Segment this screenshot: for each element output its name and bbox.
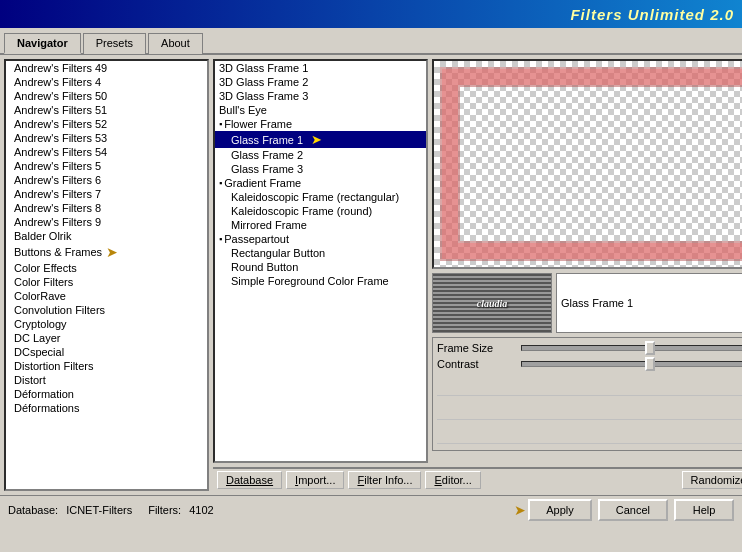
nav-item[interactable]: Color Effects (6, 261, 207, 275)
action-buttons: ➤ Apply Cancel Help (528, 499, 734, 521)
status-bar: Database: ICNET-Filters Filters: 4102 ➤ … (0, 495, 742, 523)
randomize-button[interactable]: Randomize (682, 471, 742, 489)
nav-item[interactable]: Andrew's Filters 6 (6, 173, 207, 187)
nav-item[interactable]: Cryptology (6, 317, 207, 331)
main-content: Andrew's Filters 49 Andrew's Filters 4 A… (0, 55, 742, 495)
filter-thumbnail: claudia (432, 273, 552, 333)
empty-slider-row (437, 374, 742, 396)
top-row: 3D Glass Frame 1 3D Glass Frame 2 3D Gla… (213, 59, 742, 463)
filter-category: ▪ Passepartout (215, 232, 426, 246)
db-label: Database: (8, 504, 58, 516)
navigator-list[interactable]: Andrew's Filters 49 Andrew's Filters 4 A… (4, 59, 209, 491)
help-button[interactable]: Help (674, 499, 734, 521)
filter-item[interactable]: 3D Glass Frame 1 (215, 61, 426, 75)
nav-item[interactable]: Andrew's Filters 4 (6, 75, 207, 89)
filter-info-label: Filter Info... (357, 474, 412, 486)
empty-slider-row (437, 398, 742, 420)
right-panel: 3D Glass Frame 1 3D Glass Frame 2 3D Gla… (213, 59, 742, 491)
filter-category: ▪ Gradient Frame (215, 176, 426, 190)
empty-slider-row (437, 422, 742, 444)
import-button[interactable]: Import... (286, 471, 344, 489)
category-icon: ▪ (219, 178, 222, 188)
slider-row-framesize: Frame Size 64 (437, 342, 742, 354)
title-bar: Filters Unlimited 2.0 (0, 0, 742, 28)
filter-item[interactable]: Kaleidoscopic Frame (rectangular) (215, 190, 426, 204)
nav-item[interactable]: Andrew's Filters 52 (6, 117, 207, 131)
nav-item[interactable]: Distortion Filters (6, 359, 207, 373)
category-icon: ▪ (219, 234, 222, 244)
nav-item[interactable]: Andrew's Filters 9 (6, 215, 207, 229)
filter-list[interactable]: 3D Glass Frame 1 3D Glass Frame 2 3D Gla… (213, 59, 428, 463)
tab-navigator[interactable]: Navigator (4, 33, 81, 54)
filters-label: Filters: (148, 504, 181, 516)
nav-item-buttons-frames[interactable]: Buttons & Frames ➤ (6, 243, 207, 261)
sliders-area: Frame Size 64 Contrast 128 (432, 337, 742, 451)
db-value: ICNET-Filters (66, 504, 132, 516)
nav-item[interactable]: Andrew's Filters 51 (6, 103, 207, 117)
filter-category: ▪ Flower Frame (215, 117, 426, 131)
filter-item[interactable]: Rectangular Button (215, 246, 426, 260)
category-icon: ▪ (219, 119, 222, 129)
filter-item[interactable]: 3D Glass Frame 3 (215, 89, 426, 103)
filter-item[interactable]: Bull's Eye (215, 103, 426, 117)
randomize-reset-group: Randomize Reset (682, 471, 742, 489)
filter-item-selected[interactable]: Glass Frame 1 ➤ (215, 131, 426, 148)
filter-item[interactable]: 3D Glass Frame 2 (215, 75, 426, 89)
slider-label-framesize: Frame Size (437, 342, 517, 354)
filter-item[interactable]: Simple Foreground Color Frame (215, 274, 426, 288)
slider-thumb-contrast[interactable] (645, 357, 655, 371)
checkerboard-bg (434, 61, 742, 267)
nav-item[interactable]: Déformations (6, 401, 207, 415)
filter-name-display: Glass Frame 1 (556, 273, 742, 333)
filter-item[interactable]: Mirrored Frame (215, 218, 426, 232)
nav-item[interactable]: DCspecial (6, 345, 207, 359)
filter-item[interactable]: Glass Frame 3 (215, 162, 426, 176)
nav-item[interactable]: Andrew's Filters 54 (6, 145, 207, 159)
nav-item[interactable]: Déformation (6, 387, 207, 401)
nav-item[interactable]: Color Filters (6, 275, 207, 289)
filter-item[interactable]: Glass Frame 2 (215, 148, 426, 162)
tab-bar: Navigator Presets About (0, 28, 742, 55)
nav-item[interactable]: Distort (6, 373, 207, 387)
filter-info-button[interactable]: Filter Info... (348, 471, 421, 489)
tab-about[interactable]: About (148, 33, 203, 54)
database-button[interactable]: Database (217, 471, 282, 489)
cancel-button[interactable]: Cancel (598, 499, 668, 521)
nav-item[interactable]: Convolution Filters (6, 303, 207, 317)
preview-canvas (432, 59, 742, 269)
nav-item[interactable]: Andrew's Filters 49 (6, 61, 207, 75)
filter-item[interactable]: Kaleidoscopic Frame (round) (215, 204, 426, 218)
slider-track-contrast[interactable] (521, 361, 742, 367)
nav-item[interactable]: Andrew's Filters 50 (6, 89, 207, 103)
slider-label-contrast: Contrast (437, 358, 517, 370)
slider-row-contrast: Contrast 128 (437, 358, 742, 370)
nav-item[interactable]: Andrew's Filters 5 (6, 159, 207, 173)
apply-button[interactable]: ➤ Apply (528, 499, 592, 521)
title-text: Filters Unlimited 2.0 (570, 6, 734, 23)
arrow-icon: ➤ (106, 244, 118, 260)
nav-item[interactable]: ColorRave (6, 289, 207, 303)
nav-item[interactable]: Balder Olrik (6, 229, 207, 243)
arrow-icon: ➤ (311, 132, 322, 147)
apply-icon: ➤ (514, 502, 526, 518)
tab-presets[interactable]: Presets (83, 33, 146, 54)
bottom-toolbar: Database Import... Filter Info... Editor… (213, 467, 742, 491)
filter-item[interactable]: Round Button (215, 260, 426, 274)
nav-item[interactable]: Andrew's Filters 8 (6, 201, 207, 215)
nav-item[interactable]: Andrew's Filters 7 (6, 187, 207, 201)
slider-thumb-framesize[interactable] (645, 341, 655, 355)
editor-button[interactable]: Editor... (425, 471, 480, 489)
nav-item[interactable]: Andrew's Filters 53 (6, 131, 207, 145)
filters-value: 4102 (189, 504, 213, 516)
editor-label: Editor... (434, 474, 471, 486)
nav-item[interactable]: DC Layer (6, 331, 207, 345)
slider-track-framesize[interactable] (521, 345, 742, 351)
thumbnail-label: claudia (477, 298, 508, 309)
